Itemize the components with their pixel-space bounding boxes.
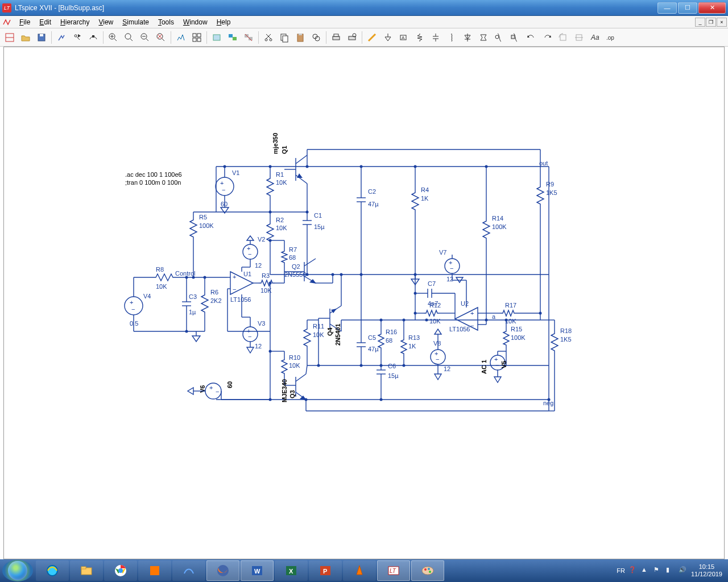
system-tray[interactable]: FR ❓ ▲ ⚑ ▮ 🔊 10:15 11/12/2019: [617, 563, 726, 578]
menu-edit[interactable]: Edit: [35, 16, 56, 28]
redo-button[interactable]: [540, 30, 555, 45]
component-v3[interactable]: +− V3 12: [243, 320, 265, 350]
run-button[interactable]: [70, 30, 85, 45]
print-button[interactable]: [329, 30, 344, 45]
net-control[interactable]: Control: [175, 270, 195, 277]
component-v1[interactable]: +− V1 60: [216, 169, 239, 207]
component-r11[interactable]: R11 10K: [304, 323, 324, 350]
tray-arrow-icon[interactable]: ▲: [641, 566, 650, 575]
net-out[interactable]: out: [539, 160, 548, 167]
window-maximize-button[interactable]: ☐: [678, 2, 697, 14]
wire-button[interactable]: [365, 30, 379, 45]
component-v6[interactable]: +− V6 60: [199, 381, 233, 399]
taskbar-paint[interactable]: [411, 560, 444, 581]
ground-v8[interactable]: [435, 329, 441, 334]
label-net-button[interactable]: A: [396, 30, 411, 45]
menu-view[interactable]: View: [94, 16, 118, 28]
component-r15[interactable]: R15 100K: [503, 326, 526, 348]
component-r3[interactable]: R3 10K: [259, 272, 275, 294]
ground-v3[interactable]: [247, 347, 254, 353]
ground-left[interactable]: [192, 331, 200, 342]
spice-directive-button[interactable]: .op: [603, 30, 618, 45]
mdi-close-button[interactable]: ×: [717, 18, 727, 27]
zoom-out-button[interactable]: [138, 30, 152, 45]
component-r10[interactable]: R10 10K: [282, 354, 300, 376]
taskbar-powerpoint[interactable]: P: [309, 560, 342, 581]
new-schematic-button[interactable]: [2, 30, 17, 45]
delete-trace-button[interactable]: [241, 30, 256, 45]
autorange-button[interactable]: [173, 30, 188, 45]
component-r16[interactable]: R16 68: [378, 329, 397, 351]
paste-button[interactable]: [293, 30, 308, 45]
ground-v2[interactable]: [247, 236, 254, 240]
window-close-button[interactable]: ✕: [698, 2, 726, 14]
component-q3[interactable]: MJE340 Q3: [281, 374, 307, 402]
print-setup-button[interactable]: [345, 30, 359, 45]
taskbar-explorer[interactable]: [70, 560, 103, 581]
tray-clock[interactable]: 10:15 11/12/2019: [691, 563, 722, 578]
tile-button[interactable]: [189, 30, 204, 45]
copy-button[interactable]: [277, 30, 292, 45]
resistor-button[interactable]: [412, 30, 427, 45]
ground-v6[interactable]: [188, 388, 193, 394]
component-c3[interactable]: C3 1µ: [182, 293, 197, 315]
component-c1[interactable]: C1 15µ: [303, 212, 325, 230]
menu-simulate[interactable]: Simulate: [118, 16, 154, 28]
component-button[interactable]: [476, 30, 491, 45]
place-text-button[interactable]: Aa: [588, 30, 602, 45]
component-r17[interactable]: R17 10K: [500, 302, 516, 325]
menu-help[interactable]: Help: [212, 16, 235, 28]
tray-lang[interactable]: FR: [617, 567, 625, 574]
taskbar-ie[interactable]: [36, 560, 69, 581]
taskbar-word[interactable]: W: [241, 560, 274, 581]
pick-visible-button[interactable]: [209, 30, 224, 45]
window-minimize-button[interactable]: —: [657, 2, 677, 14]
component-v5[interactable]: +− V5 AC 1: [481, 355, 507, 374]
component-r18[interactable]: R18 1K5: [551, 327, 572, 354]
component-r1[interactable]: R1 10K: [267, 171, 287, 199]
directive-tran[interactable]: ;tran 0 100m 0 100n: [125, 179, 181, 186]
help-icon[interactable]: ❓: [628, 566, 638, 575]
ground-button[interactable]: [380, 30, 395, 45]
pan-button[interactable]: [122, 30, 136, 45]
volume-icon[interactable]: 🔊: [679, 566, 688, 575]
network-icon[interactable]: ▮: [666, 566, 675, 575]
menu-tools[interactable]: Tools: [154, 16, 179, 28]
taskbar-chrome[interactable]: [104, 560, 137, 581]
add-trace-button[interactable]: [225, 30, 240, 45]
component-r5[interactable]: R5 100K: [190, 214, 214, 240]
schematic-canvas[interactable]: .ac dec 100 1 100e6 ;tran 0 100m 0 100n …: [3, 47, 725, 559]
zoom-in-button[interactable]: [106, 30, 121, 45]
menu-window[interactable]: Window: [179, 16, 212, 28]
component-q2[interactable]: Q2 2N5550: [284, 259, 316, 284]
save-button[interactable]: [34, 30, 49, 45]
ground-v5[interactable]: [494, 377, 501, 383]
taskbar-ltspice[interactable]: LT: [377, 560, 410, 581]
component-r13[interactable]: R13 1K: [401, 334, 420, 356]
component-c5[interactable]: C5 47µ: [357, 334, 379, 352]
component-v8[interactable]: +− V8 12: [431, 340, 450, 372]
mdi-child-icon[interactable]: [2, 18, 11, 27]
zoom-fit-button[interactable]: [154, 30, 168, 45]
find-button[interactable]: [309, 30, 324, 45]
mirror-button[interactable]: [572, 30, 586, 45]
taskbar-excel[interactable]: X: [275, 560, 308, 581]
mdi-restore-button[interactable]: ❐: [706, 18, 716, 27]
component-q4[interactable]: Q4 2N5401: [326, 306, 341, 346]
control-panel-button[interactable]: [54, 30, 69, 45]
move-button[interactable]: [492, 30, 507, 45]
directive-ac[interactable]: .ac dec 100 1 100e6: [125, 171, 182, 178]
component-r7[interactable]: R7 68: [282, 246, 297, 265]
component-r8[interactable]: R8 10K: [152, 266, 176, 290]
diode-button[interactable]: [460, 30, 475, 45]
taskbar-app1[interactable]: [138, 560, 171, 581]
component-r9[interactable]: R9 1K5: [537, 181, 557, 207]
component-r6[interactable]: R6 2K2: [201, 289, 222, 315]
cut-button[interactable]: [261, 30, 276, 45]
halt-button[interactable]: [86, 30, 101, 45]
component-r4[interactable]: R4 1K: [412, 186, 429, 213]
taskbar-app2[interactable]: [172, 560, 205, 581]
menu-file[interactable]: File: [15, 16, 35, 28]
start-button[interactable]: [2, 560, 33, 581]
net-a[interactable]: a: [492, 313, 496, 320]
